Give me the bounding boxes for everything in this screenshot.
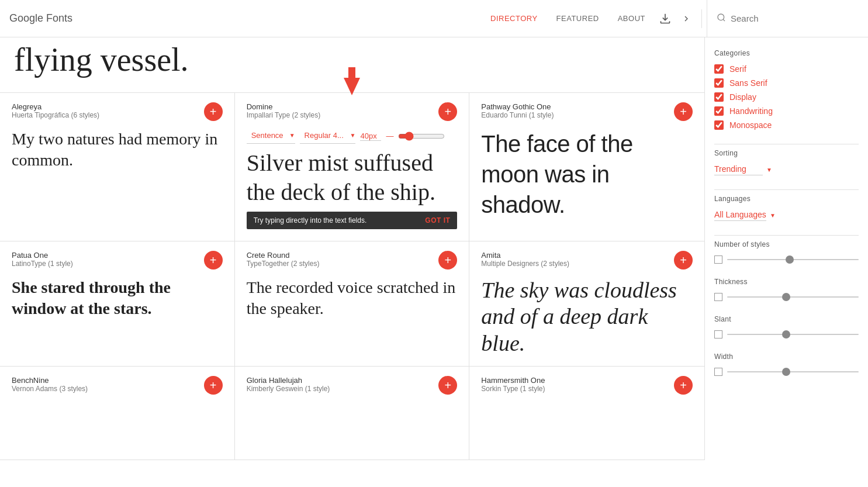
card-header: Pathway Gothic One Eduardo Tunni (1 styl… [481,102,693,126]
font-preview[interactable]: The face of the moon was in shadow. [481,129,693,220]
add-font-btn[interactable]: + [674,376,693,395]
sorting-section: Sorting Trending Most Popular Newest Alp… [714,149,859,175]
slant-slider[interactable] [727,334,859,335]
sentence-select[interactable]: Sentence [247,129,288,142]
sans-serif-label: Sans Serif [729,78,767,88]
add-font-btn[interactable]: + [438,102,457,121]
display-checkbox[interactable] [714,92,724,102]
handwriting-label: Handwriting [729,106,773,116]
add-font-btn[interactable]: + [674,251,693,270]
card-header: BenchNine Vernon Adams (3 styles) + [12,376,223,400]
width-checkbox[interactable] [714,368,722,376]
display-label: Display [729,92,756,102]
font-name: Pathway Gothic One [481,102,554,111]
font-name: Domine [247,102,321,111]
hero-text: flying vessel. [14,37,690,88]
card-header: Patua One LatinoType (1 style) + [12,251,223,275]
category-sans-serif[interactable]: Sans Serif [714,78,859,88]
sorting-row: Trending Most Popular Newest Alphabetica… [714,164,859,175]
styles-checkbox[interactable] [714,255,722,264]
font-designer: LatinoType (1 style) [12,260,73,268]
languages-section: Languages All Languages Arabic Chinese C… [714,195,859,221]
font-grid: Alegreya Huerta Tipográfica (6 styles) +… [0,93,704,461]
add-font-btn[interactable]: + [674,102,693,121]
sorting-title: Sorting [714,149,859,157]
font-card-crete: Crete Round TypeTogether (2 styles) + Th… [235,241,470,367]
font-preview[interactable]: The recorded voice scratched in the spea… [247,277,458,320]
serif-checkbox[interactable] [714,64,724,74]
hero-section: flying vessel. [0,37,704,93]
font-preview[interactable]: The sky was cloudless and of a deep dark… [481,277,693,357]
search-input[interactable] [731,13,848,23]
main-content: flying vessel. Alegreya Huerta Tipográfi… [0,37,704,460]
add-font-btn[interactable]: + [204,376,223,395]
font-designer: Multiple Designers (2 styles) [481,260,569,268]
monospace-checkbox[interactable] [714,120,724,130]
download-icon-btn[interactable] [655,8,676,29]
font-card-benchnine: BenchNine Vernon Adams (3 styles) + [0,367,235,460]
card-header: Crete Round TypeTogether (2 styles) + [247,251,458,275]
font-designer: Impallari Type (2 styles) [247,111,321,119]
sidebar: Categories Serif Sans Serif Display Hand… [704,37,868,460]
style-select[interactable]: Regular 4... [300,129,349,142]
styles-slider-row [714,255,859,264]
sentence-dropdown-arrow: ▼ [289,132,295,139]
width-slider[interactable] [727,371,859,372]
font-designer: Sorkin Type (1 style) [481,385,545,393]
got-it-button[interactable]: GOT IT [425,216,450,224]
header: Google Fonts DIRECTORY FEATURED ABOUT [0,0,868,37]
handwriting-checkbox[interactable] [714,106,724,116]
card-header: Alegreya Huerta Tipográfica (6 styles) + [12,102,223,126]
font-name: Amita [481,251,569,260]
slant-slider-row [714,330,859,339]
search-icon [717,13,726,25]
svg-point-0 [718,14,724,20]
add-font-btn[interactable]: + [204,251,223,270]
font-controls: Sentence ▼ Regular 4... ▼ — [247,129,458,144]
category-handwriting[interactable]: Handwriting [714,106,859,116]
category-serif[interactable]: Serif [714,64,859,74]
slant-checkbox[interactable] [714,330,722,339]
size-input[interactable] [360,132,381,141]
layout: flying vessel. Alegreya Huerta Tipográfi… [0,37,868,460]
add-font-btn[interactable]: + [438,251,457,270]
width-section: Width [714,353,859,376]
font-preview[interactable]: She stared through the window at the sta… [12,277,223,320]
font-name: BenchNine [12,376,88,385]
font-card-domine: Domine Impallari Type (2 styles) + Sente… [235,93,470,241]
font-designer: Kimberly Geswein (1 style) [247,385,330,393]
add-font-btn[interactable]: + [438,376,457,395]
font-card-hammersmith: Hammersmith One Sorkin Type (1 style) + [469,367,704,460]
nav-featured[interactable]: FEATURED [556,14,599,23]
languages-select[interactable]: All Languages Arabic Chinese Cyrillic [714,210,766,221]
sentence-select-wrapper[interactable]: Sentence ▼ [247,129,295,144]
nav-directory[interactable]: DIRECTORY [490,14,538,23]
sorting-select[interactable]: Trending Most Popular Newest Alphabetica… [714,164,763,175]
category-monospace[interactable]: Monospace [714,120,859,130]
font-preview[interactable]: My two natures had memory in common. [12,129,223,171]
categories-section: Categories Serif Sans Serif Display Hand… [714,49,859,130]
nav-about[interactable]: ABOUT [618,14,645,23]
chevron-right-btn[interactable] [676,8,697,29]
style-select-wrapper[interactable]: Regular 4... ▼ [300,129,356,144]
serif-label: Serif [729,64,746,74]
slant-section: Slant [714,315,859,339]
thickness-checkbox[interactable] [714,293,722,301]
font-name: Patua One [12,251,73,260]
category-display[interactable]: Display [714,92,859,102]
sans-serif-checkbox[interactable] [714,78,724,88]
font-preview[interactable]: Silver mist suffused the deck of the shi… [247,148,458,207]
font-card-alegreya: Alegreya Huerta Tipográfica (6 styles) +… [0,93,235,241]
font-name: Hammersmith One [481,376,545,385]
slider-separator: — [386,132,393,140]
styles-slider[interactable] [727,259,859,260]
size-slider[interactable] [398,132,445,141]
thickness-slider[interactable] [727,296,859,298]
logo-text: Google Fonts [9,12,72,25]
width-title: Width [714,353,859,361]
style-dropdown-arrow: ▼ [350,132,356,139]
tooltip-text: Try typing directly into the text fields… [254,216,367,224]
font-designer: Vernon Adams (3 styles) [12,385,88,393]
add-font-btn[interactable]: + [204,102,223,121]
tooltip-bar: Try typing directly into the text fields… [247,212,458,229]
